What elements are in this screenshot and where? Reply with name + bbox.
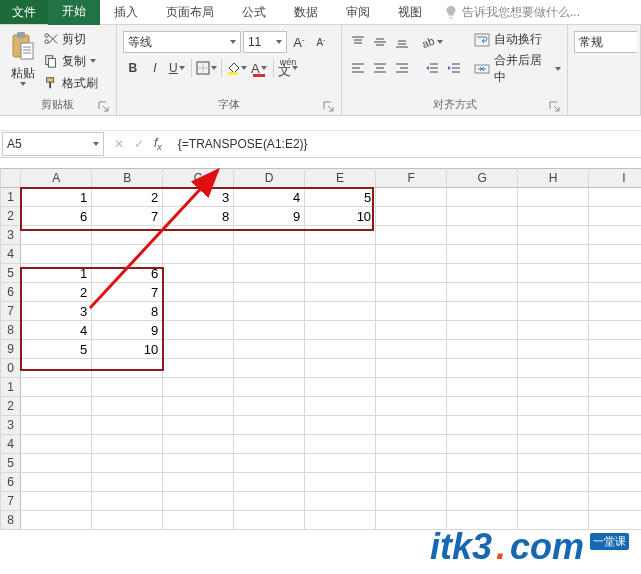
col-header[interactable]: H (518, 169, 589, 188)
cell[interactable] (518, 416, 589, 435)
cell[interactable]: 9 (92, 321, 163, 340)
cell[interactable] (163, 226, 234, 245)
cell[interactable] (163, 302, 234, 321)
row-header[interactable]: 3 (1, 226, 21, 245)
cell[interactable]: 8 (92, 302, 163, 321)
col-header[interactable]: D (234, 169, 305, 188)
borders-button[interactable] (196, 57, 217, 79)
tab-page-layout[interactable]: 页面布局 (152, 0, 228, 24)
cell[interactable] (21, 492, 92, 511)
cell[interactable] (305, 226, 376, 245)
cell[interactable] (376, 207, 447, 226)
number-format-combo[interactable]: 常规 (574, 31, 637, 53)
tab-formulas[interactable]: 公式 (228, 0, 280, 24)
row-header[interactable]: 6 (1, 473, 21, 492)
cell[interactable] (376, 492, 447, 511)
cell[interactable] (234, 264, 305, 283)
cell[interactable] (589, 454, 641, 473)
cell[interactable] (305, 492, 376, 511)
cell[interactable]: 9 (234, 207, 305, 226)
cell[interactable] (447, 188, 518, 207)
cell[interactable] (589, 340, 641, 359)
row-header[interactable]: 6 (1, 283, 21, 302)
font-family-combo[interactable]: 等线 (123, 31, 241, 53)
font-color-button[interactable]: A (249, 57, 269, 79)
cell[interactable] (447, 473, 518, 492)
dialog-launcher-icon[interactable] (98, 101, 110, 113)
cell[interactable] (92, 226, 163, 245)
dialog-launcher-icon[interactable] (549, 101, 561, 113)
row-header[interactable]: 2 (1, 207, 21, 226)
formula-input[interactable]: {=TRANSPOSE(A1:E2)} (176, 137, 641, 151)
row-header[interactable]: 4 (1, 245, 21, 264)
cell[interactable] (376, 359, 447, 378)
cell[interactable] (518, 359, 589, 378)
cell[interactable] (21, 454, 92, 473)
cell[interactable] (589, 473, 641, 492)
col-header[interactable]: G (447, 169, 518, 188)
cell[interactable] (518, 264, 589, 283)
cell[interactable] (376, 226, 447, 245)
cell[interactable] (234, 245, 305, 264)
cell[interactable] (447, 207, 518, 226)
cell[interactable] (447, 340, 518, 359)
cell[interactable] (21, 378, 92, 397)
cell[interactable] (589, 397, 641, 416)
cell[interactable] (163, 511, 234, 530)
cell[interactable] (518, 245, 589, 264)
cell[interactable] (589, 264, 641, 283)
decrease-font-button[interactable]: Aˇ (311, 31, 331, 53)
cell[interactable] (234, 397, 305, 416)
fx-icon[interactable]: fx (154, 136, 162, 152)
cell[interactable] (447, 492, 518, 511)
cell[interactable] (234, 302, 305, 321)
cell[interactable] (589, 188, 641, 207)
cell[interactable] (92, 511, 163, 530)
cell[interactable] (518, 207, 589, 226)
tab-review[interactable]: 审阅 (332, 0, 384, 24)
chevron-down-icon[interactable] (20, 82, 26, 86)
row-header[interactable]: 8 (1, 511, 21, 530)
cell[interactable] (234, 416, 305, 435)
cell[interactable] (518, 226, 589, 245)
cell[interactable] (447, 264, 518, 283)
cell[interactable] (163, 473, 234, 492)
cell[interactable] (518, 340, 589, 359)
paste-button[interactable]: 粘贴 (11, 65, 35, 82)
cell[interactable] (163, 264, 234, 283)
cell[interactable] (376, 416, 447, 435)
cell[interactable] (305, 416, 376, 435)
cell[interactable] (447, 511, 518, 530)
row-header[interactable]: 1 (1, 378, 21, 397)
cell[interactable] (447, 378, 518, 397)
align-left-button[interactable] (348, 57, 368, 79)
cell[interactable]: 6 (21, 207, 92, 226)
cell[interactable] (305, 359, 376, 378)
cell[interactable] (589, 359, 641, 378)
cell[interactable] (305, 340, 376, 359)
cell[interactable] (21, 226, 92, 245)
cell[interactable] (376, 283, 447, 302)
bold-button[interactable]: B (123, 57, 143, 79)
cell[interactable]: 1 (21, 264, 92, 283)
cell[interactable] (305, 264, 376, 283)
tell-me-search[interactable]: 告诉我您想要做什么... (436, 0, 641, 24)
cell[interactable] (234, 454, 305, 473)
cell[interactable] (376, 473, 447, 492)
cell[interactable]: 3 (163, 188, 234, 207)
cell[interactable] (589, 283, 641, 302)
align-top-button[interactable] (348, 31, 368, 53)
cell[interactable] (589, 302, 641, 321)
cell[interactable] (305, 245, 376, 264)
cell[interactable] (447, 321, 518, 340)
cell[interactable] (589, 245, 641, 264)
tab-insert[interactable]: 插入 (100, 0, 152, 24)
cell[interactable] (234, 492, 305, 511)
underline-button[interactable]: U (167, 57, 187, 79)
cell[interactable] (163, 397, 234, 416)
cell[interactable] (21, 416, 92, 435)
cell[interactable] (447, 435, 518, 454)
cell[interactable] (92, 454, 163, 473)
cell[interactable] (234, 283, 305, 302)
cell[interactable]: 10 (305, 207, 376, 226)
